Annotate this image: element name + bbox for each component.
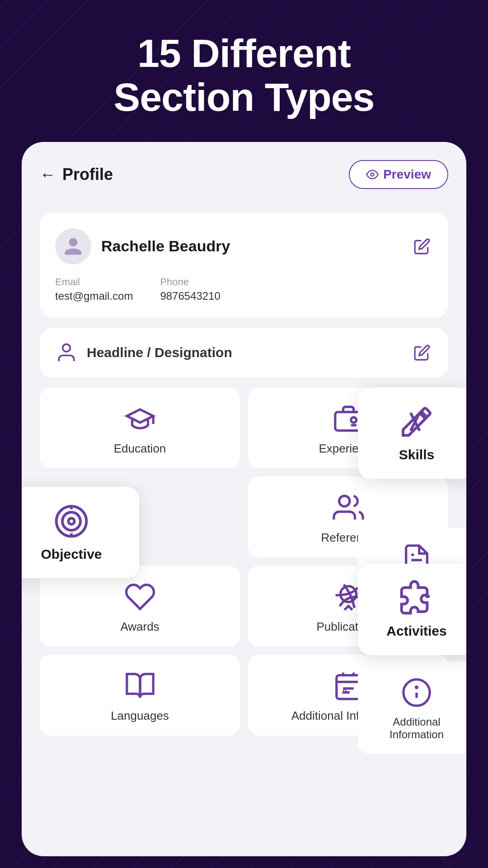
activities-icon (399, 580, 435, 616)
email-value: test@gmail.com (55, 290, 133, 302)
preview-button[interactable]: Preview (349, 160, 448, 189)
person-icon (63, 236, 84, 257)
section-publications[interactable]: Languages (40, 655, 240, 736)
main-card: ← Profile Preview Rachelle Beaudry (22, 142, 466, 856)
education-label: Education (114, 442, 166, 456)
person-outline-icon (55, 341, 78, 364)
page-title: Profile (62, 165, 113, 184)
svg-point-10 (56, 506, 87, 536)
back-arrow-icon: ← (40, 165, 56, 184)
additional-info-label: Additional Information (371, 716, 463, 741)
headline-card[interactable]: Headline / Designation (40, 328, 448, 377)
edit-profile-button[interactable] (411, 236, 433, 257)
svg-point-12 (68, 518, 74, 524)
svg-point-11 (62, 512, 80, 530)
phone-value: 9876543210 (160, 290, 220, 302)
skills-label: Skills (399, 447, 434, 462)
additional-info-icon (401, 677, 432, 708)
floating-activities-card[interactable]: Activities (358, 564, 466, 655)
header: 15 Different Section Types (0, 0, 488, 142)
profile-card: Rachelle Beaudry Email test@gmail.com Ph… (40, 213, 448, 318)
profile-left: Rachelle Beaudry (55, 228, 230, 264)
profile-top: Rachelle Beaudry (55, 228, 433, 264)
preview-label: Preview (383, 167, 431, 182)
email-group: Email test@gmail.com (55, 276, 133, 302)
section-additional-info[interactable]: Additional Information (358, 661, 466, 754)
svg-rect-2 (335, 412, 361, 430)
reference-icon (333, 492, 364, 524)
top-bar: ← Profile Preview (40, 160, 448, 189)
education-icon (124, 403, 156, 434)
phone-label: Phone (160, 276, 220, 288)
interests-label: Awards (120, 620, 159, 634)
publications-label: Languages (111, 709, 169, 723)
headline-left: Headline / Designation (55, 341, 232, 364)
header-title: 15 Different Section Types (27, 32, 461, 119)
headline-label: Headline / Designation (87, 345, 232, 360)
grid-container: Education Experience Objective (40, 387, 448, 736)
edit-icon (413, 238, 431, 255)
eye-icon (366, 168, 379, 181)
activities-label: Activities (386, 623, 446, 639)
avatar (55, 228, 91, 264)
edit-headline-icon (413, 344, 431, 361)
section-education[interactable]: Education (40, 387, 240, 468)
profile-details: Email test@gmail.com Phone 9876543210 (55, 276, 433, 302)
floating-objective-card[interactable]: Objective (22, 487, 139, 578)
email-label: Email (55, 276, 133, 288)
objective-icon (53, 503, 89, 539)
objective-label: Objective (41, 547, 102, 562)
floating-skills-card[interactable]: Skills (358, 387, 466, 479)
publications-icon (124, 670, 156, 702)
interests-icon (124, 581, 156, 613)
phone-group: Phone 9876543210 (160, 276, 220, 302)
edit-headline-button[interactable] (411, 342, 433, 363)
back-button[interactable]: ← Profile (40, 165, 113, 184)
svg-point-21 (416, 686, 418, 688)
skills-icon (399, 404, 435, 440)
svg-point-1 (63, 344, 70, 352)
svg-point-0 (371, 173, 374, 176)
divider (22, 203, 466, 203)
svg-point-3 (351, 417, 356, 423)
svg-point-4 (339, 495, 349, 506)
svg-rect-6 (336, 675, 360, 699)
profile-name: Rachelle Beaudry (101, 237, 230, 255)
